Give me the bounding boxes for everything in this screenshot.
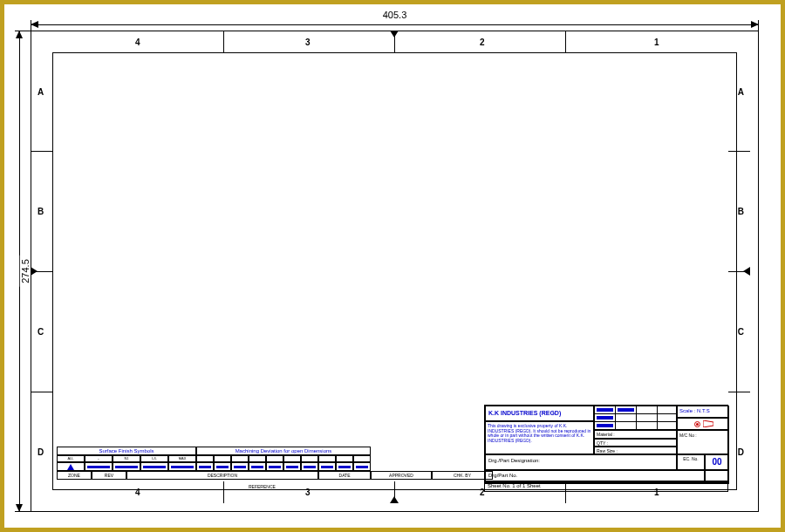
zone-tick: [223, 31, 224, 52]
revision-table: Surface Finish Symbols Machining Deviati…: [57, 447, 493, 481]
arrow-left-icon: [31, 21, 38, 28]
svg-marker-0: [703, 420, 713, 427]
zone-row-label: A: [738, 87, 744, 97]
sheet-no-cell: [705, 470, 729, 482]
sheet-no-label: Sheet No. 1 of 1 Sheet: [484, 481, 728, 492]
company-name: K.K INDUSTRIES (REGD): [485, 406, 594, 421]
surface-finish-header: Surface Finish Symbols: [57, 447, 196, 455]
designation-label: Drg./Part Designation:: [485, 454, 677, 470]
zone-tick: [565, 31, 566, 52]
zone-col-label: 3: [305, 38, 311, 47]
ec-number: 00: [705, 454, 729, 470]
center-mark-icon: [394, 31, 399, 38]
height-value: 274.5: [20, 256, 31, 287]
drawing-sheet: 405.3 274.5 4 3 2 1 4 3 2 1 A B C D A B …: [4, 4, 781, 528]
rev-col-headers: ZONE REV DESCRIPTION DATE APPROVED CHK. …: [57, 471, 493, 480]
rev-header-row: ALL - N1 L/L MAX: [57, 455, 493, 462]
projection-circle-icon: [694, 421, 700, 427]
qty-label: QTY :: [594, 439, 677, 447]
zone-row-label: A: [38, 87, 44, 97]
zone-row-label: D: [738, 447, 744, 457]
width-value: 405.3: [379, 10, 411, 20]
ec-label: EC. No.: [677, 454, 705, 470]
zone-row-label: D: [38, 447, 44, 457]
drg-part-no-label: Drg/Part No.: [485, 470, 705, 482]
surface-symbol-icon: [67, 464, 74, 470]
zone-col-label: 4: [135, 38, 140, 47]
zone-col-label: 3: [305, 488, 311, 497]
reference-label: REFERENCE: [249, 484, 276, 489]
zone-tick: [728, 151, 750, 152]
center-mark-icon: [743, 271, 750, 276]
zone-col-label: 1: [654, 38, 659, 47]
title-block: K.K INDUSTRIES (REGD) Scale : N.T.S: [484, 405, 728, 481]
arrow-up-icon: [16, 31, 23, 38]
zone-row-label: B: [38, 207, 44, 216]
scale-label: Scale : N.T.S: [677, 406, 729, 418]
machining-deviation-header: Machining Deviation for open Dimensions: [196, 447, 371, 455]
center-mark-icon: [394, 496, 399, 503]
projection-cone-icon: [703, 420, 712, 427]
height-dimension: 274.5: [15, 31, 24, 512]
zone-tick: [31, 151, 52, 152]
zone-row-label: C: [738, 327, 744, 337]
arrow-right-icon: [751, 21, 759, 28]
zone-tick: [31, 392, 52, 392]
arrow-down-icon: [16, 504, 23, 512]
zone-col-label: 4: [135, 488, 140, 497]
zone-tick: [728, 392, 750, 392]
mc-no-label: M/C No :: [677, 430, 729, 454]
material-label: Material :: [594, 430, 677, 439]
zone-row-label: B: [738, 207, 744, 216]
zone-row-label: C: [38, 327, 44, 337]
zone-col-label: 2: [480, 38, 485, 47]
zone-tick: [223, 481, 224, 503]
rawsize-label: Raw Size :: [594, 447, 677, 454]
approval-grid: [594, 406, 677, 430]
center-mark-icon: [31, 271, 38, 276]
projection-symbol: [677, 418, 729, 430]
width-dimension: 405.3: [31, 20, 759, 29]
proprietary-note: This drawing is exclusive property of K.…: [485, 421, 594, 454]
rev-symbol-row: [57, 462, 493, 471]
